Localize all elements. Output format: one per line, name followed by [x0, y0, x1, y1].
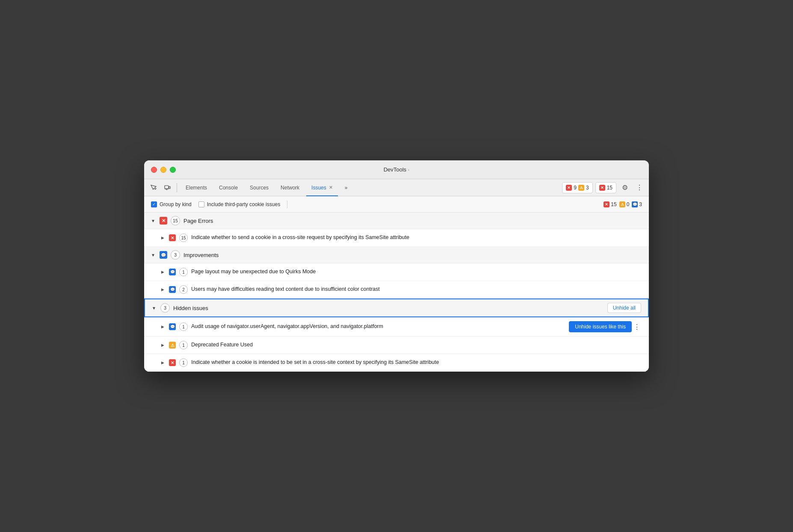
issue-row-cookie-samesite[interactable]: ▶ ✕ 15 Indicate whether to send a cookie…	[144, 229, 649, 247]
window-title: DevTools ·	[384, 166, 410, 173]
filter-badges: ✕ 15 ⚠ 0 💬 3	[604, 201, 642, 207]
toolbar-right: ✕ 9 ⚠ 3 ✕ 15 ⚙ ⋮	[562, 182, 645, 194]
checkbox-empty-icon	[198, 201, 204, 207]
include-third-party-checkbox[interactable]: Include third-party cookie issues	[198, 201, 280, 207]
error-icon: ✕	[566, 185, 572, 191]
more-options-icon[interactable]: ⋮	[632, 322, 642, 332]
issue-chevron-icon: ▶	[161, 343, 166, 347]
error-icon-2: ✕	[599, 185, 605, 191]
issue-count: 15	[179, 233, 188, 242]
traffic-lights	[151, 167, 176, 173]
tab-issues[interactable]: Issues ✕	[306, 179, 338, 196]
more-options-button[interactable]: ⋮	[633, 182, 645, 194]
error-count-2: 15	[607, 185, 613, 191]
issue-error-icon: ✕	[169, 234, 176, 241]
settings-button[interactable]: ⚙	[619, 182, 631, 194]
filter-badge-error: ✕ 15	[604, 201, 616, 207]
unhide-tooltip[interactable]: Unhide issues like this	[569, 321, 632, 332]
toolbar: Elements Console Sources Network Issues …	[144, 179, 649, 196]
section-error-icon: ✕	[160, 217, 167, 225]
section-improvement-title: Improvements	[183, 252, 219, 258]
issue-row-quirks[interactable]: ▶ 💬 1 Page layout may be unexpected due …	[144, 263, 649, 281]
devtools-window: DevTools · Elements Console Sources	[144, 160, 649, 372]
issue-text: Users may have difficulties reading text…	[191, 286, 380, 293]
issue-row-contrast[interactable]: ▶ 💬 2 Users may have difficulties readin…	[144, 281, 649, 299]
section-improvement-icon: 💬	[160, 251, 167, 259]
titlebar: DevTools ·	[144, 160, 649, 179]
filter-badge-msg: 💬 3	[632, 201, 642, 207]
issue-chevron-icon: ▶	[161, 325, 166, 329]
error-badge-2[interactable]: ✕ 15	[595, 182, 616, 193]
issue-text: Indicate whether to send a cookie in a c…	[191, 234, 409, 242]
tab-console[interactable]: Console	[214, 179, 243, 196]
section-hidden-title: Hidden issues	[173, 305, 208, 311]
filter-warning-icon: ⚠	[619, 201, 625, 207]
warning-icon: ⚠	[578, 185, 584, 191]
issue-improvement-icon: 💬	[169, 286, 176, 293]
issue-chevron-icon: ▶	[161, 236, 166, 240]
issue-count: 1	[179, 358, 188, 367]
tab-close-icon[interactable]: ✕	[329, 185, 333, 190]
issue-chevron-icon: ▶	[161, 270, 166, 274]
issue-row-deprecated[interactable]: ▶ ⚠ 1 Deprecated Feature Used	[144, 337, 649, 354]
inspect-element-button[interactable]	[148, 182, 160, 194]
close-button[interactable]	[151, 167, 157, 173]
issue-count: 1	[179, 322, 188, 331]
chevron-down-icon: ▼	[151, 253, 156, 257]
issue-improvement-icon: 💬	[169, 323, 176, 330]
section-improvements[interactable]: ▼ 💬 3 Improvements	[144, 247, 649, 263]
error-warning-badge[interactable]: ✕ 9 ⚠ 3	[562, 182, 592, 193]
issue-row-cookie-cross-site[interactable]: ▶ ✕ 1 Indicate whether a cookie is inten…	[144, 354, 649, 372]
filter-badge-warning: ⚠ 0	[619, 201, 630, 207]
svg-line-3	[166, 189, 167, 190]
warning-count: 3	[586, 185, 589, 191]
checkbox-checked-icon: ✓	[151, 201, 157, 207]
filter-bar: ✓ Group by kind Include third-party cook…	[144, 196, 649, 213]
issue-row-navigator[interactable]: ▶ 💬 1 Audit usage of navigator.userAgent…	[144, 317, 649, 337]
chevron-down-icon: ▼	[151, 219, 156, 223]
tab-network[interactable]: Network	[275, 179, 305, 196]
issue-text: Indicate whether a cookie is intended to…	[191, 359, 439, 366]
tab-sources[interactable]: Sources	[245, 179, 274, 196]
issue-count: 2	[179, 285, 188, 294]
toolbar-divider	[177, 183, 177, 192]
section-hidden-issues[interactable]: ▼ 3 Hidden issues Unhide all	[144, 299, 649, 317]
section-page-errors[interactable]: ▼ ✕ 15 Page Errors	[144, 213, 649, 229]
svg-rect-1	[169, 186, 170, 189]
section-error-title: Page Errors	[183, 218, 213, 224]
section-hidden-count: 3	[160, 303, 170, 313]
filter-divider	[287, 201, 287, 208]
group-by-kind-checkbox[interactable]: ✓ Group by kind	[151, 201, 192, 207]
issue-chevron-icon: ▶	[161, 361, 166, 365]
filter-error-icon: ✕	[604, 201, 610, 207]
device-toolbar-button[interactable]	[161, 182, 173, 194]
issue-text: Deprecated Feature Used	[191, 341, 253, 349]
issue-text: Audit usage of navigator.userAgent, navi…	[191, 323, 383, 331]
unhide-all-button[interactable]: Unhide all	[607, 303, 641, 313]
filter-msg-icon: 💬	[632, 201, 638, 207]
svg-rect-0	[165, 186, 169, 189]
issue-count: 1	[179, 341, 188, 349]
issue-chevron-icon: ▶	[161, 287, 166, 292]
issue-count: 1	[179, 268, 188, 276]
issue-improvement-icon: 💬	[169, 269, 176, 275]
issue-text: Page layout may be unexpected due to Qui…	[191, 268, 316, 276]
maximize-button[interactable]	[170, 167, 176, 173]
section-error-count: 15	[171, 216, 180, 225]
section-improvement-count: 3	[171, 250, 180, 260]
minimize-button[interactable]	[160, 167, 166, 173]
error-count: 9	[574, 185, 577, 191]
chevron-down-icon: ▼	[152, 306, 157, 310]
issue-warning-icon: ⚠	[169, 342, 176, 349]
issue-error-icon: ✕	[169, 359, 176, 366]
tab-elements[interactable]: Elements	[180, 179, 212, 196]
issues-content: ▼ ✕ 15 Page Errors ▶ ✕ 15 Indicate wheth…	[144, 213, 649, 372]
more-tabs-button[interactable]: »	[340, 179, 353, 196]
